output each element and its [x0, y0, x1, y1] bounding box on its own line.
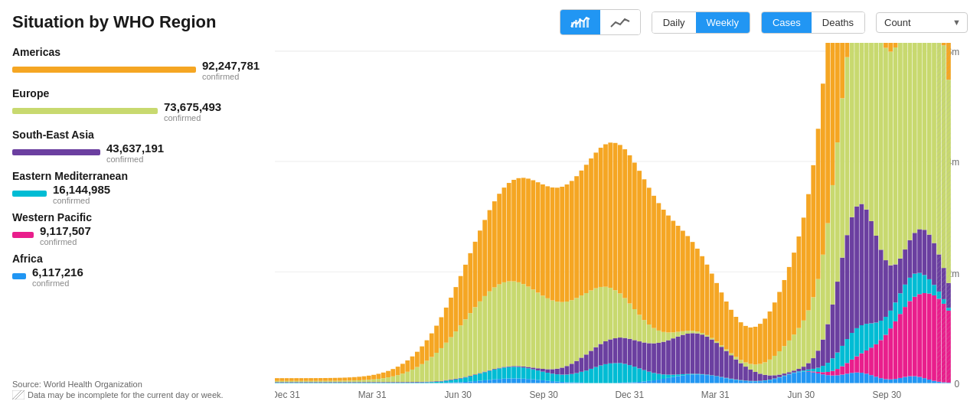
svg-rect-417 — [700, 334, 704, 374]
region-count: 16,144,985 — [53, 183, 110, 196]
svg-rect-428 — [710, 338, 714, 340]
svg-rect-91 — [362, 380, 367, 383]
svg-rect-124 — [400, 364, 405, 373]
svg-rect-253 — [536, 370, 541, 380]
svg-rect-667 — [917, 43, 922, 229]
region-item: Eastern Mediterranean 16,144,985 confirm… — [12, 170, 260, 205]
svg-rect-299 — [580, 357, 584, 371]
svg-rect-158 — [444, 380, 449, 383]
svg-rect-366 — [652, 373, 656, 380]
svg-rect-570 — [840, 258, 844, 346]
svg-rect-290 — [570, 300, 574, 364]
weekly-button[interactable]: Weekly — [696, 12, 750, 33]
svg-rect-617 — [879, 321, 884, 340]
svg-rect-512 — [792, 370, 796, 372]
svg-rect-463 — [743, 363, 748, 367]
svg-rect-599 — [864, 324, 869, 350]
svg-rect-152 — [434, 326, 439, 353]
svg-rect-406 — [691, 373, 695, 374]
svg-rect-467 — [748, 370, 753, 381]
svg-rect-575 — [845, 339, 850, 363]
svg-rect-543 — [821, 374, 825, 383]
svg-rect-491 — [773, 379, 777, 380]
svg-rect-515 — [797, 372, 802, 383]
svg-rect-545 — [821, 366, 825, 372]
svg-rect-529 — [806, 311, 811, 364]
svg-rect-652 — [908, 301, 913, 376]
daily-button[interactable]: Daily — [652, 12, 696, 33]
svg-rect-579 — [850, 373, 854, 383]
region-bar — [12, 191, 47, 197]
svg-rect-168 — [454, 380, 459, 383]
svg-rect-451 — [734, 380, 739, 380]
svg-rect-276 — [555, 187, 560, 302]
region-bar-wrap — [12, 232, 34, 238]
svg-rect-127 — [405, 372, 410, 382]
svg-rect-241 — [521, 178, 526, 284]
svg-rect-548 — [821, 83, 825, 254]
bar-chart-button[interactable] — [560, 10, 600, 34]
svg-rect-108 — [381, 373, 386, 378]
svg-rect-193 — [478, 373, 482, 380]
svg-rect-357 — [642, 343, 647, 370]
svg-rect-670 — [923, 293, 927, 378]
svg-rect-341 — [628, 365, 632, 383]
svg-rect-171 — [454, 287, 459, 331]
svg-rect-462 — [743, 367, 748, 380]
svg-rect-639 — [898, 378, 903, 383]
svg-rect-581 — [850, 333, 854, 360]
svg-rect-618 — [879, 249, 884, 321]
svg-rect-601 — [864, 43, 869, 210]
svg-rect-444 — [724, 302, 729, 349]
svg-rect-528 — [806, 363, 811, 369]
svg-rect-279 — [560, 367, 564, 374]
svg-rect-163 — [449, 380, 453, 383]
count-selector[interactable]: Count ▼ Count Per million — [876, 12, 968, 33]
svg-rect-228 — [511, 367, 516, 378]
svg-rect-616 — [879, 340, 884, 378]
svg-rect-442 — [724, 351, 729, 378]
svg-rect-398 — [681, 331, 685, 335]
svg-rect-511 — [792, 373, 796, 373]
svg-rect-605 — [869, 323, 874, 347]
svg-rect-537 — [816, 373, 821, 383]
svg-rect-494 — [773, 302, 777, 356]
svg-rect-655 — [908, 43, 913, 240]
svg-rect-658 — [913, 297, 917, 377]
svg-rect-672 — [923, 230, 927, 275]
svg-rect-280 — [560, 302, 564, 368]
svg-rect-223 — [507, 367, 511, 379]
svg-rect-412 — [695, 334, 700, 374]
svg-rect-606 — [869, 221, 874, 323]
svg-rect-344 — [628, 155, 632, 304]
svg-rect-277 — [560, 382, 564, 383]
svg-rect-272 — [555, 382, 560, 383]
svg-rect-517 — [797, 369, 802, 371]
svg-rect-48 — [309, 378, 313, 381]
svg-rect-379 — [662, 210, 666, 332]
svg-text:Jun 30: Jun 30 — [788, 390, 815, 399]
svg-rect-298 — [580, 372, 584, 383]
svg-rect-411 — [695, 374, 700, 375]
svg-rect-259 — [541, 369, 545, 372]
svg-rect-427 — [710, 340, 714, 376]
svg-rect-633 — [893, 379, 898, 383]
region-label: confirmed — [40, 237, 91, 246]
svg-rect-352 — [637, 341, 642, 368]
line-chart-button[interactable] — [600, 10, 640, 34]
svg-rect-638 — [893, 43, 898, 47]
deaths-button[interactable]: Deaths — [812, 12, 864, 33]
svg-rect-317 — [599, 148, 603, 287]
svg-rect-490 — [773, 379, 777, 383]
svg-rect-187 — [473, 381, 478, 383]
svg-rect-552 — [825, 324, 830, 364]
svg-rect-243 — [526, 368, 531, 379]
svg-rect-347 — [632, 340, 637, 367]
cases-button[interactable]: Cases — [762, 12, 812, 33]
svg-rect-128 — [405, 360, 410, 372]
svg-rect-256 — [536, 182, 541, 292]
svg-rect-245 — [526, 287, 531, 367]
svg-rect-486 — [768, 380, 773, 380]
svg-rect-623 — [884, 317, 888, 334]
svg-rect-332 — [618, 337, 622, 363]
